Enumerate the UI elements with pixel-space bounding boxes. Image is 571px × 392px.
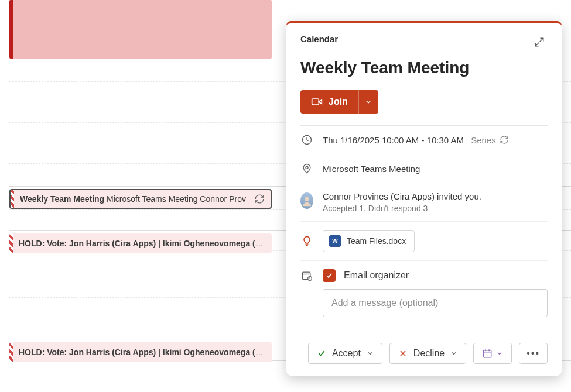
rsvp-row: Email organizer <box>300 261 548 325</box>
response-summary: Accepted 1, Didn't respond 3 <box>323 204 548 213</box>
svg-point-3 <box>305 197 309 201</box>
calendar-event-block[interactable] <box>9 0 272 59</box>
propose-time-button[interactable] <box>473 343 512 364</box>
x-icon <box>398 349 408 358</box>
decline-button[interactable]: Decline <box>389 343 466 364</box>
organizer-avatar <box>300 192 313 209</box>
calendar-icon <box>482 348 503 359</box>
recurring-icon <box>254 194 265 204</box>
lightbulb-icon <box>300 235 313 247</box>
attachment-name: Team Files.docx <box>347 236 406 246</box>
clock-icon <box>300 134 313 146</box>
check-icon <box>317 349 326 358</box>
chevron-down-icon <box>367 350 374 357</box>
expand-icon <box>534 37 545 47</box>
accept-label: Accept <box>332 348 361 359</box>
event-title: HOLD: Vote: Jon Harris (Cira Apps) | Iki… <box>19 239 266 248</box>
event-title: HOLD: Vote: Jon Harris (Cira Apps) | Iki… <box>19 348 266 357</box>
event-text: HOLD: Vote: Jon Harris (Cira Apps) | Iki… <box>19 239 266 248</box>
organizer-line: Connor Provines (Cira Apps) invited you. <box>323 191 548 201</box>
event-title: Weekly Team Meeting <box>20 194 104 204</box>
meeting-title: Weekly Team Meeting <box>300 59 548 77</box>
event-text: HOLD: Vote: Jon Harris (Cira Apps) | Iki… <box>19 348 266 357</box>
checkmark-icon <box>325 271 333 280</box>
svg-point-2 <box>306 166 308 169</box>
recurring-icon <box>500 135 509 145</box>
event-subtitle: Microsoft Teams Meeting Connor Prov <box>107 194 246 204</box>
accept-button[interactable]: Accept <box>308 343 382 364</box>
organizer-row: Connor Provines (Cira Apps) invited you.… <box>300 183 548 222</box>
chevron-down-icon <box>364 98 372 106</box>
attachment-chip[interactable]: W Team Files.docx <box>323 230 415 252</box>
meeting-time-row: Thu 1/16/2025 10:00 AM - 10:30 AM Series <box>300 126 548 154</box>
svg-rect-0 <box>312 99 319 105</box>
video-icon <box>311 96 323 108</box>
insights-row: W Team Files.docx <box>300 222 548 261</box>
join-label: Join <box>329 97 348 107</box>
decline-label: Decline <box>413 348 445 359</box>
recurring-stripe <box>11 190 14 208</box>
recurring-stripe <box>9 233 13 253</box>
join-button[interactable]: Join <box>300 90 358 114</box>
ellipsis-icon: ••• <box>526 348 540 359</box>
calendar-event-pill[interactable]: HOLD: Vote: Jon Harris (Cira Apps) | Iki… <box>9 233 272 253</box>
panel-footer: Accept Decline ••• <box>286 332 562 376</box>
expand-button[interactable] <box>531 34 548 50</box>
location-icon <box>300 163 313 174</box>
recurring-stripe <box>9 342 13 362</box>
svg-rect-6 <box>483 350 491 357</box>
chevron-down-icon <box>450 350 457 357</box>
meeting-detail-panel: Calendar Weekly Team Meeting Join Thu 1/… <box>286 21 562 376</box>
calendar-event-pill[interactable]: HOLD: Vote: Jon Harris (Cira Apps) | Iki… <box>9 342 272 362</box>
meeting-time: Thu 1/16/2025 10:00 AM - 10:30 AM <box>323 135 464 145</box>
meeting-location: Microsoft Teams Meeting <box>323 164 420 174</box>
join-options-button[interactable] <box>358 90 378 114</box>
calendar-event-pill[interactable]: Weekly Team Meeting Microsoft Teams Meet… <box>9 189 272 209</box>
panel-source-label: Calendar <box>300 34 338 44</box>
email-organizer-checkbox[interactable] <box>323 269 336 282</box>
more-actions-button[interactable]: ••• <box>519 343 548 364</box>
email-organizer-label: Email organizer <box>344 270 409 281</box>
rsvp-message-input[interactable] <box>323 289 548 317</box>
rsvp-icon <box>300 270 313 281</box>
series-indicator[interactable]: Series <box>471 135 509 145</box>
meeting-location-row: Microsoft Teams Meeting <box>300 154 548 183</box>
word-icon: W <box>329 235 341 247</box>
event-text: Weekly Team Meeting Microsoft Teams Meet… <box>20 194 246 204</box>
